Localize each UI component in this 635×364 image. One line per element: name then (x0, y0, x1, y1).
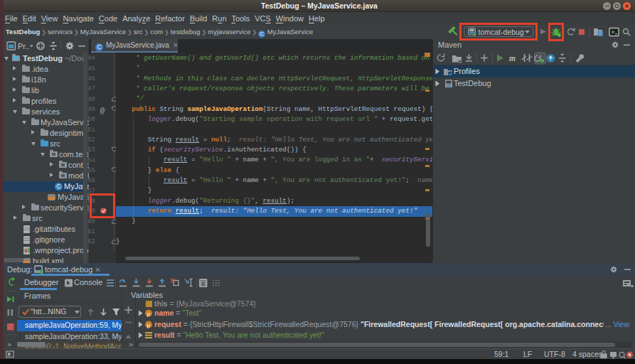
svg-text:m: m (447, 82, 451, 88)
svg-text:@: @ (100, 107, 105, 115)
svg-text:Pr..: Pr.. (18, 42, 30, 50)
svg-text:p: p (147, 311, 151, 317)
svg-text:p: p (147, 321, 151, 328)
svg-text:m: m (509, 54, 516, 63)
svg-text:»: » (7, 340, 11, 348)
svg-text:»: » (129, 340, 133, 348)
